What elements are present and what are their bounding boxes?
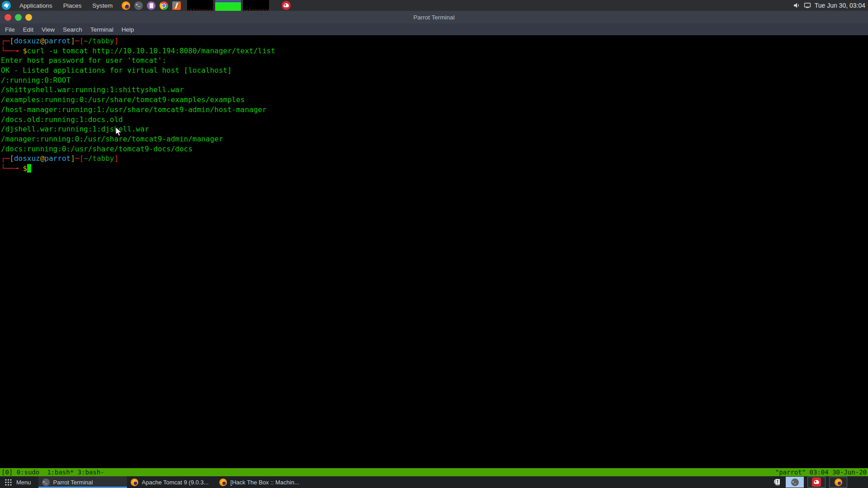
panel-menu-applications[interactable]: Applications <box>14 0 58 11</box>
menu-file[interactable]: File <box>1 23 19 35</box>
display-icon[interactable] <box>804 2 811 9</box>
top-panel: ApplicationsPlacesSystem <box>0 0 868 11</box>
mouse-cursor <box>115 127 123 137</box>
terminal-line: /docs.old:running:1:docs.old <box>1 115 868 125</box>
firefox-icon[interactable] <box>122 1 130 10</box>
network-card-icon[interactable] <box>773 478 782 486</box>
menu-edit[interactable]: Edit <box>19 23 38 35</box>
tmux-session-clock: "parrot" 03:04 30-Jun-20 <box>775 469 867 476</box>
terminal-icon <box>791 479 799 486</box>
taskbar-item[interactable]: [Hack The Box :: Machin... <box>216 476 304 488</box>
terminal-line: /:running:0:ROOT <box>1 75 868 85</box>
panel-clock[interactable]: Tue Jun 30, 03:04 <box>815 2 865 9</box>
cpu-graph[interactable] <box>187 0 213 11</box>
chrome-icon[interactable] <box>160 1 168 10</box>
terminal-menubar: FileEditViewSearchTerminalHelp <box>0 23 868 35</box>
taskbar-item-label: Apache Tomcat 9 (9.0.3... <box>142 479 209 486</box>
burpsuite-icon[interactable] <box>172 1 181 10</box>
text-editor-icon[interactable] <box>147 1 156 10</box>
menu-search[interactable]: Search <box>59 23 86 35</box>
menu-terminal[interactable]: Terminal <box>86 23 118 35</box>
terminal-line: /manager:running:0:/usr/share/tomcat9-ad… <box>1 134 868 144</box>
firefox-icon <box>835 479 842 486</box>
notification-icon[interactable] <box>282 1 291 10</box>
terminal-icon <box>42 479 50 486</box>
firefox-icon <box>219 479 227 486</box>
tmux-status-bar: [0] 0:sudo 1:bash* 3:bash- "parrot" 03:0… <box>0 468 868 476</box>
taskbar-item-label: [Hack The Box :: Machin... <box>231 479 299 486</box>
panel-menu-system[interactable]: System <box>87 0 118 11</box>
menu-help[interactable]: Help <box>118 23 138 35</box>
taskbar-item-label: Parrot Terminal <box>53 479 93 486</box>
taskbar-item[interactable]: Apache Tomcat 9 (9.0.3... <box>127 476 216 488</box>
panel-menu-places[interactable]: Places <box>58 0 87 11</box>
grid-menu-icon <box>5 479 12 486</box>
tmux-windows: [0] 0:sudo 1:bash* 3:bash- <box>1 469 104 476</box>
menu-view[interactable]: View <box>38 23 59 35</box>
terminal-icon[interactable] <box>134 1 143 10</box>
terminal-line: ┌─[dosxuz@parrot]─[~/tabby] <box>1 154 868 164</box>
notification-button[interactable] <box>807 477 826 488</box>
taskbar-item[interactable]: Parrot Terminal <box>38 476 127 488</box>
start-menu-button[interactable]: Menu <box>0 476 38 488</box>
taskbar: Menu Parrot TerminalApache Tomcat 9 (9.0… <box>0 476 868 488</box>
terminal-line: /docs:running:0:/usr/share/tomcat9-docs/… <box>1 144 868 154</box>
window-titlebar: Parrot Terminal <box>0 11 868 23</box>
terminal-screen[interactable]: ┌─[dosxuz@parrot]─[~/tabby]└──╼ $curl -u… <box>0 35 868 468</box>
volume-icon[interactable] <box>793 2 800 9</box>
parrot-logo-icon[interactable] <box>1 0 11 10</box>
terminal-line: /host-manager:running:1:/usr/share/tomca… <box>1 105 868 115</box>
terminal-line: ┌─[dosxuz@parrot]─[~/tabby] <box>1 36 868 46</box>
terminal-window-button[interactable] <box>786 477 804 488</box>
terminal-line: /shittyshell.war:running:1:shittyshell.w… <box>1 85 868 95</box>
terminal-line: └──╼ $curl -u tomcat http://10.10.10.194… <box>1 46 868 56</box>
firefox-icon <box>131 479 138 486</box>
terminal-line: /examples:running:0:/usr/share/tomcat9-e… <box>1 95 868 105</box>
terminal-line: └──╼ $ <box>1 164 868 174</box>
terminal-line: OK - Listed applications for virtual hos… <box>1 66 868 75</box>
desktop: ApplicationsPlacesSystem <box>0 0 868 488</box>
start-menu-label: Menu <box>16 479 31 486</box>
terminal-line: Enter host password for user 'tomcat': <box>1 56 868 66</box>
terminal-line: /djshell.war:running:1:djshell.war <box>1 124 868 134</box>
window-title: Parrot Terminal <box>0 11 868 23</box>
memory-graph[interactable] <box>215 0 241 11</box>
ghost-icon <box>812 478 821 487</box>
network-graph[interactable] <box>243 0 269 11</box>
firefox-window-button[interactable] <box>829 477 847 488</box>
